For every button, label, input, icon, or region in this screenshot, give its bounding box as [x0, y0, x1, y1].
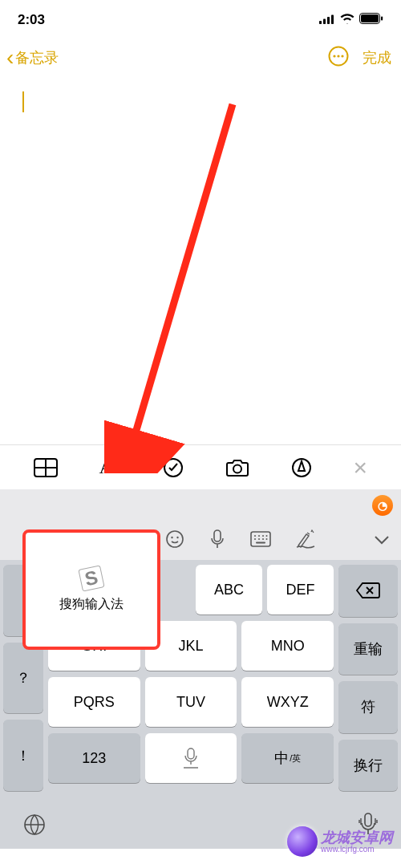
voice-icon[interactable]	[209, 529, 226, 553]
watermark-logo-icon	[287, 826, 318, 857]
svg-point-8	[333, 55, 335, 57]
text-cursor	[22, 91, 24, 112]
svg-rect-32	[256, 542, 265, 544]
emoji-icon[interactable]	[165, 529, 184, 552]
svg-point-21	[176, 537, 178, 538]
checklist-icon[interactable]	[163, 457, 184, 478]
table-icon[interactable]	[34, 458, 58, 477]
svg-point-20	[171, 537, 172, 538]
key-reinput[interactable]: 重输	[338, 623, 398, 675]
key-pqrs[interactable]: PQRS	[48, 677, 140, 727]
svg-rect-6	[381, 17, 383, 21]
svg-point-28	[254, 538, 256, 540]
format-toolbar: Aa ×	[0, 444, 401, 489]
markup-icon[interactable]	[291, 457, 312, 478]
svg-rect-0	[319, 21, 322, 24]
svg-point-26	[262, 535, 264, 537]
exclaim-key[interactable]: ！	[3, 720, 43, 791]
svg-point-10	[341, 55, 343, 57]
question-key[interactable]: ？	[3, 643, 43, 714]
svg-point-9	[337, 55, 339, 57]
back-label: 备忘录	[15, 48, 59, 67]
svg-point-17	[233, 464, 241, 473]
svg-point-25	[258, 535, 260, 537]
watermark-url: www.lcjrfg.com	[321, 845, 393, 854]
key-abc[interactable]: ABC	[196, 565, 262, 614]
status-bar: 2:03	[0, 0, 401, 40]
svg-rect-5	[361, 14, 379, 22]
svg-rect-3	[331, 15, 334, 25]
battery-icon	[359, 13, 383, 27]
note-editor[interactable]	[0, 75, 401, 444]
back-button[interactable]: ‹ 备忘录	[6, 45, 59, 71]
more-button[interactable]	[327, 45, 350, 71]
key-symbol[interactable]: 符	[338, 681, 398, 733]
svg-rect-22	[214, 530, 221, 541]
key-enter[interactable]: 换行	[338, 740, 398, 792]
ime-account-strip: ◔	[0, 489, 401, 521]
key-space[interactable]	[145, 733, 237, 783]
key-mno[interactable]: MNO	[241, 621, 334, 671]
signal-icon	[319, 13, 335, 27]
handwriting-icon[interactable]	[295, 529, 316, 552]
watermark: 龙城安卓网 www.lcjrfg.com	[287, 826, 393, 857]
chevron-down-icon[interactable]	[374, 533, 390, 548]
svg-point-19	[167, 531, 183, 547]
svg-point-29	[258, 538, 260, 540]
key-tuv[interactable]: TUV	[145, 677, 237, 727]
svg-rect-1	[323, 19, 326, 25]
globe-icon[interactable]	[22, 813, 47, 840]
status-time: 2:03	[18, 12, 45, 28]
svg-point-27	[266, 535, 268, 537]
camera-icon[interactable]	[225, 458, 249, 477]
keyboard-switch-icon[interactable]	[250, 531, 271, 550]
svg-point-30	[262, 538, 264, 540]
svg-rect-35	[365, 813, 371, 826]
wifi-icon	[340, 13, 354, 27]
text-format-icon[interactable]: Aa	[99, 456, 122, 478]
key-def[interactable]: DEF	[267, 565, 334, 614]
svg-point-24	[254, 535, 256, 537]
ime-avatar-icon[interactable]: ◔	[372, 495, 393, 516]
sogou-label: 搜狗输入法	[59, 596, 124, 613]
sogou-ime-button[interactable]: S 搜狗输入法	[22, 529, 160, 650]
chevron-left-icon: ‹	[6, 45, 14, 71]
key-backspace[interactable]	[338, 565, 398, 617]
watermark-brand: 龙城安卓网	[321, 830, 393, 845]
key-language[interactable]: 中/英	[241, 733, 334, 783]
key-wxyz[interactable]: WXYZ	[241, 677, 334, 727]
key-numbers[interactable]: 123	[48, 733, 140, 783]
close-keyboard-icon[interactable]: ×	[354, 454, 368, 481]
svg-rect-33	[188, 748, 194, 759]
status-icons	[319, 13, 383, 27]
sogou-logo-icon: S	[78, 565, 104, 591]
svg-rect-2	[327, 17, 330, 24]
done-button[interactable]: 完成	[363, 48, 391, 67]
svg-point-31	[266, 538, 268, 540]
nav-bar: ‹ 备忘录 完成	[0, 40, 401, 75]
